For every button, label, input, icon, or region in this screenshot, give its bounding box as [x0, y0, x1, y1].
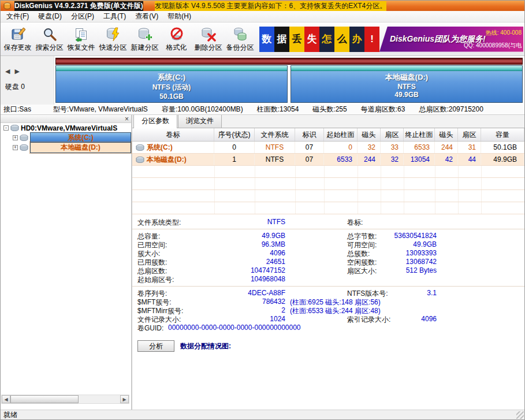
detail-label: 卷标: — [347, 218, 363, 228]
partition-fs: NTFS (活动) — [56, 83, 287, 92]
partition-details: 文件系统类型: NTFS 卷标: 总容量: 49.9GB 总字节数: 53630… — [132, 214, 524, 352]
scroll-left-arrow-icon[interactable]: ◀ — [2, 395, 10, 403]
backup-partition-button[interactable]: 备份分区 — [224, 24, 256, 55]
tree-item-disk0[interactable]: - HD0:VMware,VMwareVirtualS — [1, 123, 131, 133]
cell-end-cylinder: 13054 — [404, 154, 435, 165]
cell-volume: 本地磁盘(D:) — [132, 154, 214, 165]
cell-end-sector: 44 — [458, 154, 481, 165]
detail-value: 53630541824 — [370, 232, 437, 240]
scroll-right-arrow-icon[interactable]: ▶ — [120, 395, 129, 403]
cell-start-head: 32 — [358, 142, 381, 153]
ad-purple-banner: DiskGenius团队为您服务! 热线: 400-008 QQ: 400008… — [379, 27, 523, 52]
save-changes-button[interactable]: 保存更改 — [2, 24, 33, 55]
collapse-icon[interactable]: - — [3, 125, 9, 131]
info-label: 型号: — [53, 105, 69, 113]
col-volume-label[interactable]: 卷标 — [132, 128, 214, 141]
menu-file[interactable]: 文件(F) — [2, 10, 33, 23]
detail-value: 1024 — [213, 315, 285, 323]
volume-guid-value: 00000000-0000-0000-0000-000000000000 — [168, 324, 301, 332]
analyze-button[interactable]: 分析 — [137, 340, 174, 352]
partition-block-d[interactable]: 本地磁盘(D:) NTFS 49.9GB — [291, 65, 523, 103]
detail-value: 2 — [213, 306, 285, 314]
detail-value: 49.9GB — [370, 240, 437, 248]
new-partition-button[interactable]: 新建分区 — [129, 24, 161, 55]
table-row-partition-c[interactable]: 系统(C:) 0 NTFS 07 0 32 33 6533 244 31 50.… — [132, 142, 524, 154]
divider — [132, 286, 524, 287]
cell-start-sector: 32 — [381, 154, 404, 165]
partition-size: 50.1GB — [56, 92, 287, 101]
resize-grip[interactable] — [516, 411, 524, 419]
ad-tile: 怎 — [319, 27, 334, 52]
tab-partition-params[interactable]: 分区参数 — [133, 115, 177, 128]
partition-block-top — [291, 66, 522, 71]
col-start-head[interactable]: 磁头 — [358, 128, 381, 141]
expand-icon[interactable]: + — [13, 135, 18, 140]
detail-row: $MFTMirr簇号: 2 (柱面:6533 磁头:244 扇区:48) — [132, 306, 524, 315]
info-label: 柱面数: — [257, 105, 280, 113]
status-bar: 就绪 — [1, 410, 524, 419]
tab-browse-files[interactable]: 浏览文件 — [178, 115, 222, 128]
analysis-row: 分析 数据分配情况图: — [137, 340, 524, 352]
prev-disk-arrow-icon[interactable]: ◀ — [5, 68, 10, 75]
quick-partition-button[interactable]: 快速分区 — [97, 24, 129, 55]
cell-start-sector: 33 — [381, 142, 404, 153]
next-disk-arrow-icon[interactable]: ▶ — [14, 68, 19, 75]
partition-icon — [136, 144, 144, 151]
detail-row: 已用簇数: 24651 空闲簇数: 13068742 — [132, 258, 524, 266]
info-label: 容量: — [162, 105, 177, 113]
menu-help[interactable]: 帮助(H) — [163, 10, 196, 23]
table-row-partition-d[interactable]: 本地磁盘(D:) 1 NTFS 07 6533 244 32 13054 42 … — [132, 154, 524, 166]
detail-value: 512 Bytes — [370, 266, 437, 274]
delete-partition-icon — [201, 26, 216, 42]
col-end-head[interactable]: 磁头 — [435, 128, 458, 141]
cell-end-cylinder: 6533 — [404, 142, 435, 153]
col-end-cylinder[interactable]: 终止柱面 — [404, 128, 435, 141]
toolbar: 保存更改 搜索分区 恢复文件 快速分区 新建分区 格式化 删除分区 备份分区 — [1, 23, 524, 56]
delete-partition-button[interactable]: 删除分区 — [192, 24, 224, 55]
empty-table-row — [132, 178, 524, 190]
tree-horizontal-scrollbar[interactable]: ◀ ▶ — [1, 395, 129, 404]
expand-icon[interactable]: + — [13, 145, 18, 150]
col-seq-status[interactable]: 序号(状态) — [214, 128, 255, 141]
promo-ad-banner[interactable]: 数 据 丢 失 怎 么 办 ! DiskGenius团队为您服务! 热线: 40… — [259, 27, 523, 52]
col-flag[interactable]: 标识 — [295, 128, 324, 141]
cell-filesystem: NTFS — [255, 154, 295, 165]
col-end-sector[interactable]: 扇区 — [458, 128, 481, 141]
ad-tile: 据 — [274, 27, 289, 52]
tree-item-partition-d[interactable]: + 本地磁盘(D:) — [1, 143, 131, 153]
partition-block-c[interactable]: 系统(C:) NTFS (活动) 50.1GB — [55, 65, 288, 103]
ad-tiles: 数 据 丢 失 怎 么 办 ! — [259, 27, 379, 52]
scrollbar-track[interactable] — [10, 395, 120, 403]
tree-item-partition-c[interactable]: + 系统(C:) — [1, 133, 131, 143]
col-start-sector[interactable]: 扇区 — [381, 128, 404, 141]
menu-disk[interactable]: 硬盘(D) — [33, 10, 66, 23]
col-filesystem[interactable]: 文件系统 — [255, 128, 295, 141]
info-interface: 接口:Sas — [3, 105, 31, 114]
title-bar: DiskGenius V4.9.2.371 免费版(单文件版) 发现新版本 V4… — [1, 1, 524, 11]
detail-value: 4096 — [213, 249, 285, 257]
info-value: 63 — [397, 105, 405, 113]
table-header: 卷标 序号(状态) 文件系统 标识 起始柱面 磁头 扇区 终止柱面 磁头 扇区 … — [132, 128, 524, 142]
volume-name: 系统(C:) — [147, 143, 173, 153]
menu-view[interactable]: 查看(V) — [131, 10, 163, 23]
menu-partition[interactable]: 分区(P) — [66, 10, 99, 23]
detail-row: $MFT簇号: 786432 (柱面:6925 磁头:148 扇区:56) — [132, 298, 524, 306]
detail-row: 总扇区数: 104747152 扇区大小: 512 Bytes — [132, 266, 524, 275]
detail-value: 4096 — [370, 315, 437, 323]
scrollbar-thumb[interactable] — [10, 395, 79, 403]
format-button[interactable]: 格式化 — [161, 24, 192, 55]
partition-table: 卷标 序号(状态) 文件系统 标识 起始柱面 磁头 扇区 终止柱面 磁头 扇区 … — [132, 128, 524, 214]
info-value: 100.0GB(102400MB) — [177, 105, 243, 113]
close-panel-icon[interactable]: × — [125, 116, 129, 122]
cell-start-head: 244 — [358, 154, 381, 165]
ad-tile: 数 — [259, 27, 274, 52]
col-capacity[interactable]: 容量 — [481, 128, 524, 141]
disk-name-label: 硬盘 0 — [4, 82, 50, 92]
search-partition-button[interactable]: 搜索分区 — [33, 24, 65, 55]
menu-tools[interactable]: 工具(T) — [99, 10, 131, 23]
cell-end-head: 42 — [435, 154, 458, 165]
recover-files-button[interactable]: 恢复文件 — [65, 24, 97, 55]
button-label: 格式化 — [166, 43, 187, 53]
col-start-cylinder[interactable]: 起始柱面 — [324, 128, 358, 141]
detail-value: 49.9GB — [213, 232, 285, 240]
